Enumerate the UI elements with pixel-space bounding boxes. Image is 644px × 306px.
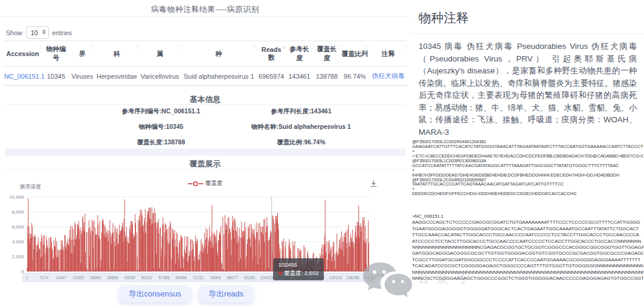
sort-icon[interactable]: ↑↓ bbox=[366, 45, 369, 49]
app-window: 病毒物种注释结果----病原识别 Show 10 entries Accessi… bbox=[0, 0, 644, 306]
annotation-title: 物种注释 bbox=[419, 10, 469, 26]
svg-text:43039: 43039 bbox=[124, 276, 135, 280]
sort-icon[interactable]: ↑↓ bbox=[309, 45, 312, 49]
page-size-select[interactable]: 10 bbox=[26, 26, 49, 39]
sort-icon[interactable]: ↑↓ bbox=[177, 45, 180, 49]
svg-text:71731: 71731 bbox=[193, 276, 204, 280]
chart-tooltip: 102455 覆盖度: 2,602 bbox=[273, 258, 324, 280]
legend-label: 覆盖度 bbox=[206, 180, 223, 187]
divider bbox=[5, 104, 405, 105]
cell-reads: 6965974 bbox=[257, 67, 286, 86]
svg-text:28693: 28693 bbox=[90, 276, 101, 280]
col-ref-length[interactable]: 参考长度↑↓ bbox=[286, 41, 313, 67]
results-panel: 病毒物种注释结果----病原识别 Show 10 entries Accessi… bbox=[0, 0, 410, 306]
col-annotation[interactable]: 注释↑↓ bbox=[369, 41, 407, 67]
section-band bbox=[5, 149, 405, 156]
page-size-value: 10 bbox=[30, 29, 38, 36]
sort-icon[interactable]: ↑↓ bbox=[66, 45, 69, 49]
col-cov-length[interactable]: 覆盖长度↑↓ bbox=[313, 41, 340, 67]
col-accession[interactable]: Accession↑↓ bbox=[3, 41, 42, 67]
coverage-length: 覆盖长度:138788 bbox=[83, 138, 239, 147]
sort-icon-active[interactable]: ↑↓ bbox=[282, 45, 285, 49]
table-header-row: Accession↑↓ 物种编号↑↓ 界↑↓ 科↑↓ 属↑↓ 种↑↓ Reads… bbox=[3, 41, 407, 67]
fasta-consensus-text: >NC_006151.1 AAGGCCCAGCTCTCCCCCGAGCGCGGA… bbox=[412, 214, 643, 282]
col-family[interactable]: 科↑↓ bbox=[95, 41, 139, 67]
cell-genus: Varicellovirus bbox=[139, 67, 181, 86]
col-genus[interactable]: 属↑↓ bbox=[139, 41, 181, 67]
svg-text:100423: 100423 bbox=[260, 276, 273, 280]
tooltip-value: 覆盖度: 2,602 bbox=[284, 270, 319, 276]
cell-family: Herpesviridae bbox=[95, 67, 139, 86]
download-chart-icon[interactable] bbox=[370, 179, 377, 190]
wechat-logo-icon bbox=[361, 260, 416, 299]
svg-text:136288: 136288 bbox=[346, 276, 359, 280]
table-empty-row-divider bbox=[3, 85, 407, 85]
col-cov-ratio[interactable]: 覆盖比列↑↓ bbox=[340, 41, 369, 67]
divider bbox=[0, 16, 410, 17]
entries-label: entries bbox=[52, 29, 72, 36]
svg-text:129115: 129115 bbox=[329, 276, 342, 280]
basic-info-right: 参考序列长度:143461 物种名称:Suid alphaherpesvirus… bbox=[224, 107, 379, 154]
svg-text:35866: 35866 bbox=[107, 276, 119, 280]
accession-link[interactable]: NC_006151.1 bbox=[4, 73, 45, 80]
cell-cov-length: 138788 bbox=[313, 67, 340, 86]
svg-text:50212: 50212 bbox=[141, 276, 153, 280]
show-entries-control: Show 10 entries bbox=[6, 26, 72, 39]
legend-item-coverage[interactable]: 覆盖度 bbox=[0, 180, 410, 187]
ref-seq-length: 参考序列长度:143461 bbox=[224, 107, 379, 116]
ref-seq-id: 参考序列编号:NC_006151.1 bbox=[83, 107, 239, 116]
svg-text:14347: 14347 bbox=[55, 276, 67, 280]
svg-text:21520: 21520 bbox=[73, 276, 84, 280]
fastq-reads-text: @F350017093L1C001R04401204381 GAAGAATCAT… bbox=[412, 140, 643, 196]
sort-icon[interactable]: ↑↓ bbox=[91, 45, 94, 49]
divider bbox=[410, 33, 644, 34]
spinner-icon bbox=[42, 29, 46, 35]
svg-text:93250: 93250 bbox=[244, 276, 256, 280]
tooltip-position: 102455 bbox=[278, 261, 319, 269]
export-consensus-button[interactable]: 导出consensus bbox=[119, 286, 191, 302]
svg-text:1: 1 bbox=[26, 276, 28, 280]
divider bbox=[5, 169, 405, 170]
coverage-plot[interactable]: 02,0004,0006,0008,00010,0001717414347215… bbox=[0, 172, 410, 285]
basic-info-title: 基本信息 bbox=[0, 94, 410, 105]
export-buttons: 导出consensus 导出reads bbox=[0, 286, 391, 302]
col-reads[interactable]: Reads 数↑↓ bbox=[257, 41, 286, 67]
svg-text:57385: 57385 bbox=[159, 276, 170, 280]
col-kingdom[interactable]: 界↑↓ bbox=[70, 41, 95, 67]
annotation-panel: 物种注释 10345 病毒 伪狂犬病毒 Pseudorabies Virus 伪… bbox=[410, 0, 644, 306]
annotation-link[interactable]: 伪狂犬病毒 bbox=[372, 72, 405, 79]
coverage-ratio: 覆盖比例:96.74% bbox=[224, 138, 379, 147]
sort-icon[interactable]: ↑↓ bbox=[253, 45, 256, 49]
col-species[interactable]: 种↑↓ bbox=[181, 41, 257, 67]
sort-icon[interactable]: ↑↓ bbox=[337, 45, 340, 49]
col-species-id[interactable]: 物种编号↑↓ bbox=[42, 41, 70, 67]
cell-kingdom: Viruses bbox=[70, 67, 95, 86]
svg-text:86077: 86077 bbox=[227, 276, 239, 280]
cell-species-id: 10345 bbox=[42, 67, 70, 86]
coverage-chart[interactable]: 测序深度 覆盖度 02,0004,0006,0008,00010,0001717… bbox=[0, 172, 410, 285]
svg-text:4,000: 4,000 bbox=[12, 239, 24, 245]
sort-icon[interactable]: ↑↓ bbox=[135, 45, 138, 49]
export-reads-button[interactable]: 导出reads bbox=[199, 286, 253, 302]
cell-cov-ratio: 96.74% bbox=[340, 67, 369, 86]
cell-species: Suid alphaherpesvirus 1 bbox=[181, 67, 257, 86]
legend-marker-icon bbox=[188, 181, 203, 187]
svg-text:10,000: 10,000 bbox=[10, 194, 24, 200]
species-id: 物种编号:10345 bbox=[83, 123, 239, 131]
sort-icon[interactable]: ↑↓ bbox=[404, 45, 407, 49]
show-label: Show bbox=[6, 29, 23, 36]
basic-info-left: 参考序列编号:NC_006151.1 物种编号:10345 覆盖长度:13878… bbox=[83, 107, 239, 154]
svg-text:7174: 7174 bbox=[39, 276, 48, 280]
svg-text:8,000: 8,000 bbox=[12, 209, 24, 215]
page-title: 病毒物种注释结果----病原识别 bbox=[0, 4, 410, 15]
svg-text:2,000: 2,000 bbox=[12, 254, 24, 259]
sort-icon[interactable]: ↑↓ bbox=[39, 45, 42, 49]
annotation-text: 10345 病毒 伪狂犬病毒 Pseudorabies Virus 伪狂犬病毒（… bbox=[419, 41, 637, 138]
coverage-title: 覆盖展示 bbox=[0, 159, 410, 169]
svg-text:78904: 78904 bbox=[210, 276, 221, 280]
series-dot-icon bbox=[278, 271, 282, 275]
results-table: Accession↑↓ 物种编号↑↓ 界↑↓ 科↑↓ 属↑↓ 种↑↓ Reads… bbox=[3, 41, 407, 86]
svg-text:6,000: 6,000 bbox=[12, 224, 24, 230]
species-name: 物种名称:Suid alphaherpesvirus 1 bbox=[224, 123, 379, 131]
table-row: NC_006151.1 10345 Viruses Herpesviridae … bbox=[3, 67, 407, 86]
